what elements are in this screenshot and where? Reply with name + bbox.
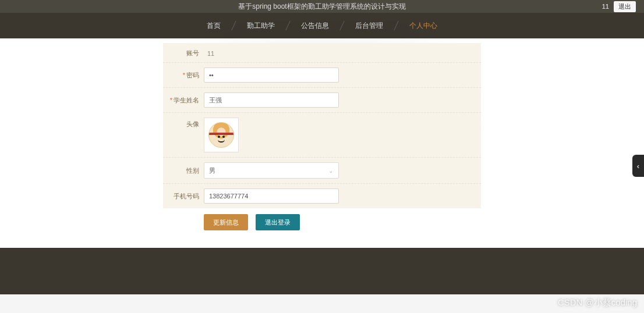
row-avatar: 头像	[163, 112, 481, 157]
avatar-image	[208, 122, 234, 148]
update-button[interactable]: 更新信息	[204, 214, 248, 230]
row-password: *密码	[163, 62, 481, 87]
nav-announcement[interactable]: 公告信息	[291, 13, 339, 38]
logout-form-button[interactable]: 退出登录	[256, 214, 300, 230]
value-account: 11	[204, 50, 214, 57]
label-password: *密码	[163, 71, 199, 80]
row-account: 账号 11	[163, 43, 481, 62]
row-phone: 手机号码	[163, 183, 481, 208]
label-phone: 手机号码	[163, 192, 199, 201]
row-student-name: *学生姓名	[163, 87, 481, 112]
label-account: 账号	[163, 49, 199, 58]
button-row: 更新信息 退出登录	[163, 208, 481, 236]
chevron-left-icon: ‹	[637, 162, 639, 170]
nav-home[interactable]: 首页	[196, 13, 231, 38]
page-footer	[0, 248, 644, 294]
page-body: 账号 11 *密码 *学生姓名 头像 性别	[0, 38, 644, 248]
profile-form: 账号 11 *密码 *学生姓名 头像 性别	[163, 38, 481, 236]
nav-workstudy[interactable]: 勤工助学	[236, 13, 285, 38]
phone-field[interactable]	[204, 188, 339, 204]
label-avatar: 头像	[163, 118, 199, 129]
logout-button[interactable]: 退出	[614, 1, 636, 12]
main-nav: 首页 勤工助学 公告信息 后台管理 个人中心	[0, 13, 644, 38]
row-gender: 性别 男 ⌄	[163, 157, 481, 183]
label-student-name: *学生姓名	[163, 96, 199, 105]
nav-separator	[231, 21, 236, 30]
avatar-upload[interactable]	[204, 118, 239, 152]
nav-admin[interactable]: 后台管理	[345, 13, 394, 38]
current-user: 11	[602, 3, 609, 10]
top-header: 基于spring boot框架的勤工助学管理系统的设计与实现 11 退出	[0, 0, 644, 13]
gender-select[interactable]: 男	[204, 162, 339, 179]
nav-separator	[339, 21, 344, 30]
app-title: 基于spring boot框架的勤工助学管理系统的设计与实现	[238, 2, 405, 12]
password-field[interactable]	[204, 67, 339, 83]
label-gender: 性别	[163, 166, 199, 175]
header-right: 11 退出	[602, 1, 636, 12]
nav-profile[interactable]: 个人中心	[399, 13, 448, 38]
side-drawer-toggle[interactable]: ‹	[632, 155, 644, 177]
nav-bar: 首页 勤工助学 公告信息 后台管理 个人中心	[196, 13, 448, 38]
nav-separator	[285, 21, 290, 30]
nav-separator	[394, 21, 398, 30]
student-name-field[interactable]	[204, 93, 339, 108]
